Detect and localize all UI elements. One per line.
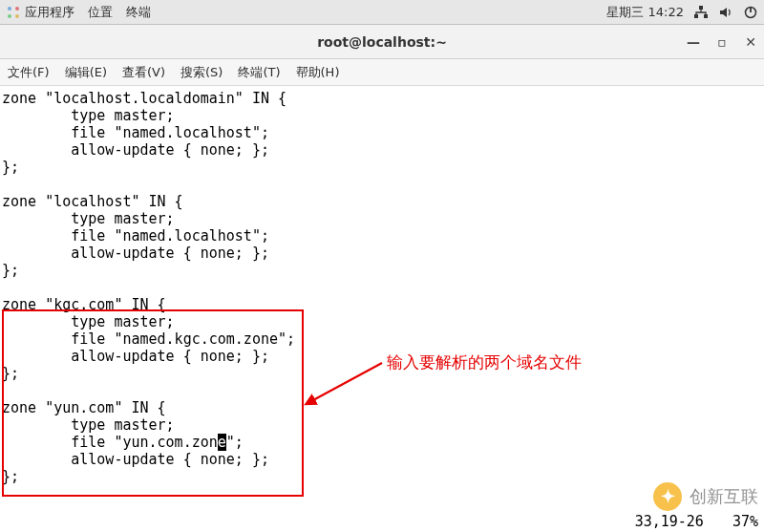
- close-button[interactable]: ✕: [743, 34, 758, 50]
- panel-tray: 星期三 14:22: [606, 4, 758, 21]
- terminal-line: file "named.kgc.com.zone";: [2, 330, 762, 348]
- menu-help[interactable]: 帮助(H): [296, 64, 340, 81]
- menu-file[interactable]: 文件(F): [8, 64, 50, 81]
- terminal-line: zone "yun.com" IN {: [2, 399, 762, 416]
- vim-status-bar: 33,19-26 37%: [635, 511, 764, 532]
- panel-menu-terminal[interactable]: 终端: [126, 4, 151, 21]
- panel-menu-places[interactable]: 位置: [88, 4, 113, 21]
- svg-point-2: [8, 14, 11, 18]
- svg-rect-6: [704, 14, 708, 18]
- volume-icon[interactable]: [718, 5, 733, 20]
- terminal-line: [2, 176, 762, 193]
- svg-point-3: [15, 14, 19, 18]
- text-cursor: e: [218, 434, 226, 451]
- svg-rect-4: [699, 6, 703, 10]
- terminal-line: allow-update { none; };: [2, 451, 762, 468]
- window-buttons: — ▫ ✕: [686, 25, 758, 58]
- terminal-line: type master;: [2, 416, 762, 434]
- window-titlebar: root@localhost:~ — ▫ ✕: [0, 25, 764, 59]
- window-title: root@localhost:~: [317, 34, 447, 50]
- terminal-line: file "named.localhost";: [2, 124, 762, 141]
- vim-cursor-position: 33,19-26: [635, 513, 704, 530]
- terminal-line: type master;: [2, 107, 762, 124]
- terminal-line: file "yun.com.zone";: [2, 434, 762, 451]
- maximize-button[interactable]: ▫: [714, 34, 730, 50]
- terminal-line: };: [2, 365, 762, 382]
- terminal-line: allow-update { none; };: [2, 348, 762, 365]
- menu-terminal[interactable]: 终端(T): [238, 64, 280, 81]
- terminal-view[interactable]: zone "localhost.localdomain" IN { type m…: [0, 86, 764, 532]
- terminal-line: zone "localhost.localdomain" IN {: [2, 90, 762, 107]
- menubar: 文件(F) 编辑(E) 查看(V) 搜索(S) 终端(T) 帮助(H): [0, 59, 764, 86]
- terminal-line: allow-update { none; };: [2, 141, 762, 159]
- terminal-line: };: [2, 468, 762, 485]
- terminal-line: type master;: [2, 313, 762, 330]
- terminal-line: };: [2, 262, 762, 279]
- vim-scroll-percent: 37%: [732, 513, 758, 530]
- menu-view[interactable]: 查看(V): [122, 64, 165, 81]
- svg-point-1: [15, 7, 19, 11]
- minimize-button[interactable]: —: [686, 34, 701, 50]
- svg-rect-5: [694, 14, 698, 18]
- activities-icon: [6, 5, 21, 20]
- terminal-line: zone "localhost" IN {: [2, 193, 762, 210]
- terminal-line: [2, 279, 762, 296]
- panel-clock[interactable]: 星期三 14:22: [606, 4, 684, 21]
- terminal-line: type master;: [2, 210, 762, 227]
- terminal-line: zone "kgc.com" IN {: [2, 296, 762, 313]
- terminal-line: allow-update { none; };: [2, 245, 762, 262]
- terminal-line: file "named.localhost";: [2, 227, 762, 245]
- panel-menu-applications[interactable]: 应用程序: [25, 4, 74, 21]
- panel-menus: 应用程序 位置 终端: [25, 4, 151, 21]
- top-panel: 应用程序 位置 终端 星期三 14:22: [0, 0, 764, 25]
- power-icon[interactable]: [743, 5, 758, 20]
- menu-edit[interactable]: 编辑(E): [65, 64, 107, 81]
- menu-search[interactable]: 搜索(S): [180, 64, 223, 81]
- terminal-line: [2, 382, 762, 399]
- svg-point-0: [8, 7, 11, 11]
- terminal-line: };: [2, 159, 762, 176]
- network-icon[interactable]: [693, 5, 709, 20]
